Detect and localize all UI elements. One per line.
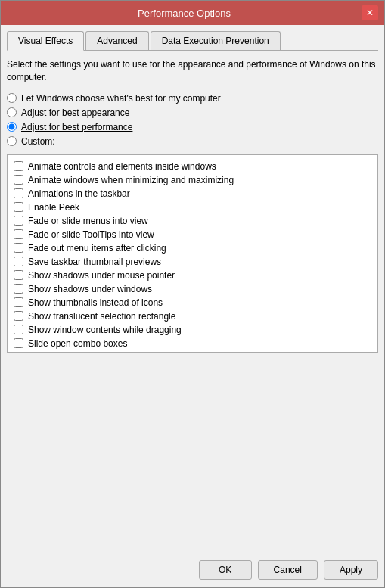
checkbox-label: Fade or slide ToolTips into view <box>28 229 154 240</box>
checkbox-label: Enable Peek <box>28 202 79 213</box>
checkbox-animate-windows[interactable]: Animate windows when minimizing and maxi… <box>14 173 371 187</box>
description-text: Select the settings you want to use for … <box>7 58 378 84</box>
checkbox-fade-menu-items[interactable]: Fade out menu items after clicking <box>14 241 371 255</box>
checkbox-label: Show shadows under windows <box>28 284 152 294</box>
radio-auto[interactable]: Let Windows choose what's best for my co… <box>7 93 378 104</box>
radio-group: Let Windows choose what's best for my co… <box>7 93 378 147</box>
checkbox-label: Show translucent selection rectangle <box>28 311 175 322</box>
checkbox-label: Save taskbar thumbnail previews <box>28 257 161 267</box>
main-content: Visual Effects Advanced Data Execution P… <box>1 25 384 555</box>
cancel-button[interactable]: Cancel <box>258 560 318 580</box>
tab-advanced[interactable]: Advanced <box>85 31 148 50</box>
checkbox-label: Show shadows under mouse pointer <box>28 270 175 281</box>
checkbox-label: Animate windows when minimizing and maxi… <box>28 175 234 185</box>
checkbox-enable-peek[interactable]: Enable Peek <box>14 201 371 214</box>
checkbox-label: Smooth edges of screen fonts <box>28 352 148 353</box>
tab-bar: Visual Effects Advanced Data Execution P… <box>7 31 378 51</box>
checkbox-label: Slide open combo boxes <box>28 338 127 349</box>
radio-performance[interactable]: Adjust for best performance <box>7 122 378 132</box>
performance-options-window: Performance Options ✕ Visual Effects Adv… <box>0 0 385 588</box>
window-title: Performance Options <box>7 8 362 19</box>
radio-custom-label: Custom: <box>21 136 55 147</box>
radio-appearance-label: Adjust for best appearance <box>21 107 129 118</box>
checkbox-label: Show window contents while dragging <box>28 325 182 335</box>
checkbox-label: Fade out menu items after clicking <box>28 243 166 254</box>
checkbox-label: Animate controls and elements inside win… <box>28 161 216 172</box>
checkbox-animate-controls[interactable]: Animate controls and elements inside win… <box>14 160 371 173</box>
checkbox-list: Animate controls and elements inside win… <box>7 154 378 353</box>
checkbox-shadow-windows[interactable]: Show shadows under windows <box>14 282 371 296</box>
ok-button[interactable]: OK <box>199 560 252 580</box>
checkbox-shadow-pointer[interactable]: Show shadows under mouse pointer <box>14 269 371 282</box>
checkbox-thumbnails[interactable]: Show thumbnails instead of icons <box>14 296 371 310</box>
checkbox-label: Fade or slide menus into view <box>28 216 148 226</box>
radio-auto-label: Let Windows choose what's best for my co… <box>21 93 221 104</box>
checkbox-taskbar-thumbnails[interactable]: Save taskbar thumbnail previews <box>14 255 371 269</box>
radio-custom[interactable]: Custom: <box>7 136 378 147</box>
title-bar: Performance Options ✕ <box>1 1 384 25</box>
radio-performance-label: Adjust for best performance <box>21 122 132 132</box>
tab-visual-effects[interactable]: Visual Effects <box>7 31 84 51</box>
footer-buttons: OK Cancel Apply <box>1 555 384 587</box>
checkbox-fade-tooltips[interactable]: Fade or slide ToolTips into view <box>14 228 371 241</box>
checkbox-window-contents[interactable]: Show window contents while dragging <box>14 323 371 337</box>
checkbox-label: Animations in the taskbar <box>28 188 130 199</box>
checkbox-translucent[interactable]: Show translucent selection rectangle <box>14 310 371 323</box>
radio-appearance[interactable]: Adjust for best appearance <box>7 107 378 118</box>
checkbox-animations-taskbar[interactable]: Animations in the taskbar <box>14 187 371 201</box>
tab-dep[interactable]: Data Execution Prevention <box>151 31 281 50</box>
close-button[interactable]: ✕ <box>362 5 378 20</box>
apply-button[interactable]: Apply <box>324 560 378 580</box>
checkbox-label: Show thumbnails instead of icons <box>28 297 163 308</box>
checkbox-combo-boxes[interactable]: Slide open combo boxes <box>14 337 371 350</box>
checkbox-smooth-fonts[interactable]: Smooth edges of screen fonts <box>14 350 371 353</box>
checkbox-fade-menus[interactable]: Fade or slide menus into view <box>14 214 371 228</box>
